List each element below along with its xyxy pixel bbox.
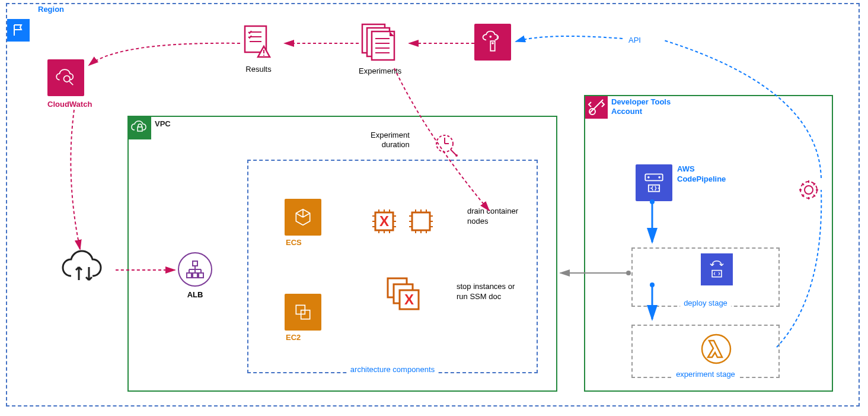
svg-point-74 bbox=[805, 186, 813, 194]
devtools-container: Developer ToolsAccount AWSCodePipeline d… bbox=[584, 95, 833, 392]
experiments-label: Experiments bbox=[359, 66, 401, 75]
timer-icon bbox=[433, 132, 459, 160]
svg-rect-41 bbox=[193, 261, 197, 266]
vpc-icon bbox=[129, 117, 151, 139]
ecs-icon bbox=[285, 199, 321, 236]
gear-icon bbox=[797, 178, 821, 204]
svg-point-40 bbox=[455, 154, 458, 157]
codepipeline-icon bbox=[636, 164, 672, 201]
svg-line-39 bbox=[451, 150, 457, 155]
svg-line-1 bbox=[69, 81, 73, 85]
codepipeline-group bbox=[636, 164, 672, 201]
svg-rect-3 bbox=[296, 305, 305, 314]
experiment-stage-label: experiment stage bbox=[672, 370, 739, 379]
svg-rect-44 bbox=[199, 273, 203, 278]
exp-dur-text: Experimentduration bbox=[371, 131, 410, 149]
api-label: API bbox=[628, 36, 641, 45]
chip-ok-icon bbox=[407, 208, 435, 235]
region-flag-icon bbox=[7, 19, 30, 42]
lambda-icon bbox=[701, 334, 732, 366]
ecs-group: ECS bbox=[285, 199, 321, 247]
deploy-stage-label: deploy stage bbox=[680, 298, 731, 307]
cp-text: AWSCodePipeline bbox=[677, 164, 736, 185]
alb-label: ALB bbox=[178, 290, 212, 299]
region-label: Region bbox=[38, 5, 64, 14]
svg-rect-43 bbox=[193, 273, 197, 278]
ec2-icon bbox=[285, 294, 321, 331]
svg-rect-4 bbox=[301, 310, 310, 319]
svg-point-70 bbox=[658, 176, 660, 179]
svg-text:×: × bbox=[496, 34, 499, 40]
svg-rect-19 bbox=[412, 212, 430, 230]
fis-icon: × bbox=[474, 24, 511, 61]
vpc-label: VPC bbox=[155, 119, 171, 128]
experiment-duration-label: Experimentduration bbox=[371, 131, 410, 149]
ec2-label: EC2 bbox=[285, 333, 321, 342]
ecs-label: ECS bbox=[285, 238, 321, 247]
alb-group: ALB bbox=[178, 252, 212, 299]
alb-icon bbox=[178, 252, 212, 287]
ec2-group: EC2 bbox=[285, 294, 321, 342]
cloudwatch-icon bbox=[47, 59, 84, 96]
svg-point-0 bbox=[64, 76, 71, 82]
svg-point-67 bbox=[589, 109, 595, 115]
devtools-icon bbox=[585, 96, 608, 119]
svg-rect-2 bbox=[138, 127, 142, 131]
svg-text:X: X bbox=[404, 291, 414, 307]
svg-point-73 bbox=[702, 335, 730, 363]
drain-label: drain containernodes bbox=[467, 207, 518, 227]
devtools-label: Developer ToolsAccount bbox=[611, 97, 682, 116]
results-icon bbox=[240, 24, 277, 61]
results-group: Results bbox=[240, 24, 277, 74]
svg-text:X: X bbox=[379, 213, 389, 229]
svg-rect-42 bbox=[187, 273, 192, 278]
cloudwatch-group: CloudWatch bbox=[47, 59, 92, 109]
results-label: Results bbox=[240, 65, 277, 74]
chip-failed-icon: X bbox=[371, 208, 398, 235]
experiments-icon bbox=[359, 21, 400, 62]
codepipeline-label: AWSCodePipeline bbox=[677, 164, 736, 185]
container-chips: X bbox=[371, 208, 435, 237]
stop-label: stop instances orrun SSM doc bbox=[457, 282, 528, 302]
devtools-text: Developer ToolsAccount bbox=[611, 97, 682, 116]
cloudwatch-label: CloudWatch bbox=[47, 100, 92, 109]
svg-point-63 bbox=[490, 36, 492, 38]
cloud-updown-icon bbox=[59, 249, 113, 293]
svg-point-55 bbox=[263, 55, 264, 56]
arch-label: architecture components bbox=[347, 365, 438, 374]
svg-point-66 bbox=[492, 42, 494, 45]
svg-rect-72 bbox=[712, 271, 722, 277]
instances-icon: X bbox=[385, 276, 422, 315]
codedeploy-icon bbox=[701, 253, 733, 285]
svg-point-69 bbox=[647, 176, 650, 179]
experiments-group: Experiments bbox=[359, 21, 401, 75]
fis-group: × bbox=[474, 24, 511, 61]
